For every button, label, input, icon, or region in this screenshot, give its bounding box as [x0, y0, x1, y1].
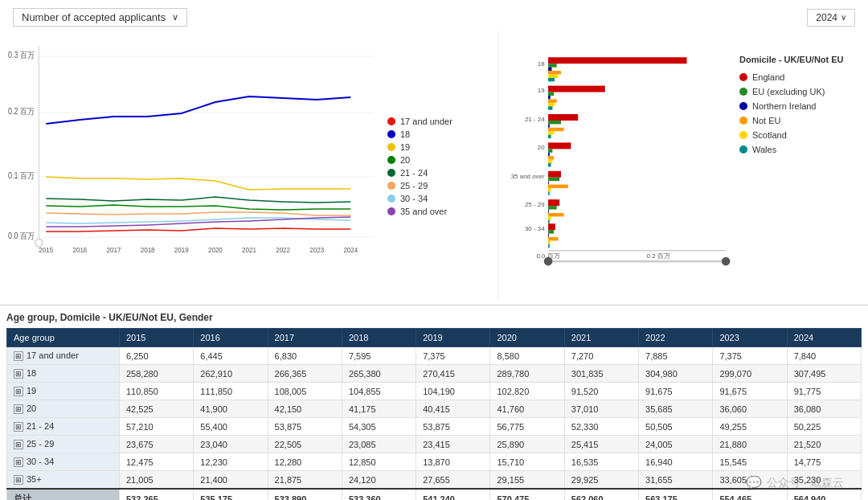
table-cell-1: 6,445 [194, 347, 268, 365]
table-cell-group: ⊞25 - 29 [7, 436, 120, 453]
footer-2017: 533,890 [268, 489, 342, 500]
table-cell-2: 53,875 [268, 418, 342, 436]
table-row: ⊞19110,850111,850108,005104,855104,19010… [7, 383, 862, 400]
svg-text:2016: 2016 [72, 246, 87, 255]
table-cell-2: 42,150 [268, 400, 342, 418]
bar-legend-scotland: Scotland [739, 130, 855, 140]
table-cell-group: ⊞21 - 24 [7, 418, 120, 436]
table-cell-6: 52,330 [564, 418, 638, 436]
table-section: Age group, Domicile - UK/EU/Not EU, Gend… [0, 305, 868, 500]
col-header-2020: 2020 [490, 329, 564, 347]
table-cell-3: 41,175 [342, 400, 416, 418]
table-cell-7: 31,655 [639, 471, 713, 490]
legend-label-21-24: 21 - 24 [400, 168, 428, 178]
bar-legend-england: England [739, 72, 855, 82]
legend-label-25-29: 25 - 29 [400, 181, 428, 191]
svg-rect-63 [548, 223, 555, 230]
col-header-2016: 2016 [194, 329, 268, 347]
table-cell-0: 110,850 [120, 383, 194, 400]
table-cell-1: 23,040 [194, 436, 268, 453]
table-cell-6: 301,835 [564, 365, 638, 383]
table-cell-3: 54,305 [342, 418, 416, 436]
bar-legend-dot-wales [739, 145, 747, 154]
table-cell-7: 304,980 [639, 365, 713, 383]
svg-rect-48 [548, 156, 554, 159]
legend-label-20: 20 [400, 155, 410, 165]
table-cell-group: ⊞20 [7, 400, 120, 418]
table-cell-8: 36,060 [713, 400, 787, 418]
svg-rect-64 [548, 230, 554, 233]
line-chart-legend: 17 and under 18 19 20 [381, 34, 485, 298]
chart-title-label: Number of accepted applicants [22, 11, 166, 23]
expand-icon[interactable]: ⊞ [14, 351, 23, 361]
bar-legend-not-eu: Not EU [739, 116, 855, 125]
svg-text:2018: 2018 [141, 246, 155, 255]
svg-rect-43 [548, 131, 554, 134]
svg-rect-46 [548, 149, 552, 152]
table-cell-7: 16,940 [639, 453, 713, 471]
svg-rect-27 [548, 57, 686, 64]
expand-icon[interactable]: ⊞ [14, 369, 23, 379]
svg-rect-42 [548, 128, 563, 131]
table-cell-8: 49,255 [713, 418, 787, 436]
table-footer-row: 总计 532,265 535,175 533,890 533,360 541,2… [7, 489, 862, 500]
legend-label-35over: 35 and over [400, 207, 447, 216]
svg-text:20: 20 [538, 144, 545, 151]
table-cell-0: 21,005 [120, 471, 194, 490]
year-selector-label[interactable]: 2024 [816, 12, 837, 23]
table-cell-6: 25,415 [564, 436, 638, 453]
svg-text:0.2 百万: 0.2 百万 [647, 252, 670, 260]
table-cell-9: 36,080 [787, 400, 861, 418]
legend-item-19: 19 [387, 142, 485, 152]
svg-rect-58 [548, 206, 557, 209]
table-cell-2: 6,830 [268, 347, 342, 365]
table-cell-1: 21,400 [194, 471, 268, 490]
expand-icon[interactable]: ⊞ [14, 475, 23, 485]
bar-legend-label-scotland: Scotland [752, 130, 787, 140]
year-dropdown-icon[interactable]: ∨ [841, 13, 846, 22]
svg-rect-55 [548, 188, 551, 191]
svg-rect-44 [548, 135, 551, 138]
expand-icon[interactable]: ⊞ [14, 404, 23, 414]
table-cell-4: 7,375 [416, 347, 490, 365]
table-cell-6: 16,535 [564, 453, 638, 471]
table-cell-5: 41,760 [490, 400, 564, 418]
table-cell-2: 108,005 [268, 383, 342, 400]
table-cell-6: 91,520 [564, 383, 638, 400]
col-header-2019: 2019 [416, 329, 490, 347]
svg-rect-60 [548, 213, 563, 216]
expand-icon[interactable]: ⊞ [14, 422, 23, 432]
col-header-2024: 2024 [787, 329, 861, 347]
legend-dot-18 [387, 130, 395, 138]
table-cell-4: 40,415 [416, 400, 490, 418]
footer-2015: 532,265 [120, 489, 194, 500]
expand-icon[interactable]: ⊞ [14, 457, 23, 467]
table-cell-5: 289,780 [490, 365, 564, 383]
table-cell-6: 37,010 [564, 400, 638, 418]
svg-rect-49 [548, 160, 552, 163]
table-cell-3: 104,855 [342, 383, 416, 400]
legend-dot-30-34 [387, 195, 395, 203]
chart-dropdown-icon[interactable]: ∨ [172, 12, 178, 23]
svg-rect-31 [548, 74, 558, 77]
svg-text:2022: 2022 [276, 246, 290, 255]
svg-rect-68 [548, 244, 550, 248]
table-cell-3: 23,085 [342, 436, 416, 453]
table-row: ⊞17 and under6,2506,4456,8307,5957,3758,… [7, 347, 862, 365]
svg-text:2024: 2024 [343, 246, 358, 255]
table-cell-0: 57,210 [120, 418, 194, 436]
table-cell-4: 53,875 [416, 418, 490, 436]
legend-item-18: 18 [387, 129, 485, 139]
svg-text:19: 19 [538, 87, 545, 94]
expand-icon[interactable]: ⊞ [14, 387, 23, 396]
table-cell-2: 266,365 [268, 365, 342, 383]
table-cell-9: 21,520 [787, 436, 861, 453]
footer-2020: 570,475 [490, 489, 564, 500]
col-header-2018: 2018 [342, 329, 416, 347]
table-cell-8: 299,070 [713, 365, 787, 383]
legend-dot-25-29 [387, 182, 395, 190]
table-row: ⊞2042,52541,90042,15041,17540,41541,7603… [7, 400, 862, 418]
expand-icon[interactable]: ⊞ [14, 440, 23, 449]
table-cell-3: 24,120 [342, 471, 416, 490]
bar-legend-label-england: England [752, 72, 784, 82]
